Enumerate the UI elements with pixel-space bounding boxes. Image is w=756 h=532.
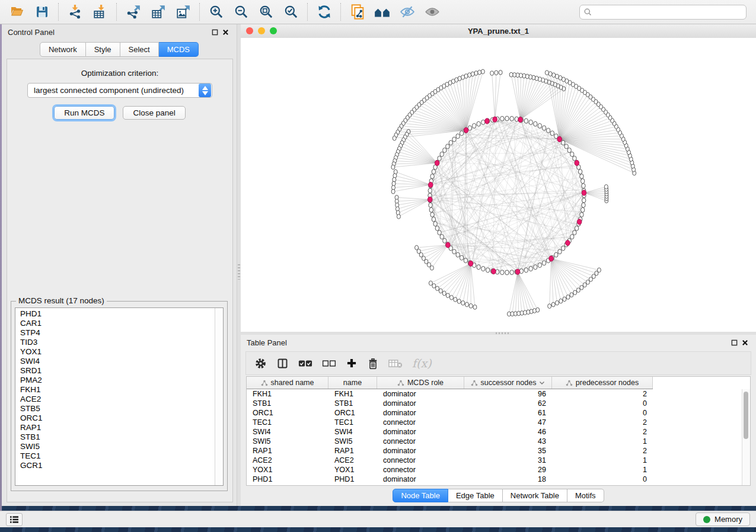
export-table-button[interactable]: [146, 2, 171, 22]
search-box[interactable]: [579, 5, 747, 20]
column-settings-button[interactable]: [254, 355, 267, 371]
save-button[interactable]: [30, 2, 55, 22]
mcds-result-group: MCDS result (17 nodes) PHD1CAR1STP4TID3Y…: [11, 301, 228, 491]
search-input[interactable]: [595, 7, 742, 17]
tab-network[interactable]: Network: [40, 42, 86, 57]
cell-name: FKH1: [328, 390, 377, 398]
mcds-result-item[interactable]: YOX1: [15, 347, 215, 357]
cell-shared-name: ACE2: [247, 456, 328, 464]
mcds-result-item[interactable]: RAP1: [15, 423, 215, 432]
mcds-result-item[interactable]: SWI5: [15, 442, 215, 451]
cell-predecessor-nodes: 0: [552, 475, 653, 483]
task-history-button[interactable]: [6, 513, 23, 526]
table-row[interactable]: STB1 STB1 dominator 62 0: [247, 399, 750, 408]
status-bar: Memory: [0, 511, 756, 527]
table-header-row: shared name name MCDS role successor nod…: [247, 377, 653, 389]
mcds-result-item[interactable]: CAR1: [15, 319, 215, 328]
memory-label: Memory: [714, 515, 742, 524]
table-row[interactable]: TEC1 TEC1 connector 47 2: [247, 418, 750, 427]
select-all-columns-button[interactable]: [298, 355, 312, 371]
deselect-all-columns-button[interactable]: [322, 355, 336, 371]
import-table-button[interactable]: [88, 2, 113, 22]
column-header-predecessor-nodes[interactable]: predecessor nodes: [552, 377, 653, 389]
mcds-result-item[interactable]: STB1: [15, 432, 215, 442]
network-canvas[interactable]: [241, 38, 756, 332]
table-scrollbar[interactable]: [742, 389, 750, 485]
zoom-fit-button[interactable]: [254, 2, 279, 22]
scrollbar-thumb[interactable]: [744, 392, 748, 439]
mcds-result-item[interactable]: GCR1: [15, 461, 215, 470]
column-header-name[interactable]: name: [328, 377, 377, 389]
tab-select[interactable]: Select: [120, 42, 159, 57]
mcds-result-item[interactable]: PHD1: [15, 309, 215, 319]
close-panel-action-button[interactable]: Close panel: [123, 106, 185, 120]
network-window-titlebar[interactable]: YPA_prune.txt_1: [241, 24, 756, 39]
new-network-from-selection-button[interactable]: [345, 2, 370, 22]
table-row[interactable]: SWI4 SWI4 dominator 46 2: [247, 427, 750, 437]
delete-table-button[interactable]: [388, 355, 403, 371]
mcds-result-item[interactable]: ACE2: [15, 395, 215, 404]
mcds-result-item[interactable]: PMA2: [15, 376, 215, 385]
import-network-button[interactable]: [63, 2, 88, 22]
window-maximize-button[interactable]: [270, 27, 277, 34]
add-column-button[interactable]: [346, 355, 358, 371]
zoom-in-button[interactable]: [204, 2, 229, 22]
node-table: shared name name MCDS role successor nod…: [246, 376, 751, 486]
export-image-button[interactable]: [171, 2, 196, 22]
window-close-button[interactable]: [246, 27, 253, 34]
cell-shared-name: SWI5: [247, 437, 328, 446]
hide-selected-button[interactable]: [395, 2, 420, 22]
mcds-result-item[interactable]: STB5: [15, 404, 215, 414]
control-panel-tabs: Network Style Select MCDS: [2, 42, 237, 57]
split-table-button[interactable]: [276, 355, 289, 371]
tab-style[interactable]: Style: [86, 42, 120, 57]
close-icon: [222, 29, 229, 36]
table-row[interactable]: RAP1 RAP1 dominator 35 2: [247, 446, 750, 456]
float-panel-button[interactable]: [209, 27, 220, 37]
table-row[interactable]: SWI5 SWI5 connector 43 1: [247, 437, 750, 446]
mcds-result-item[interactable]: ORC1: [15, 414, 215, 423]
close-panel-button[interactable]: [220, 27, 231, 37]
optimization-criterion-select[interactable]: largest connected component (undirected): [27, 83, 212, 98]
table-row[interactable]: ORC1 ORC1 dominator 61 0: [247, 408, 750, 418]
tab-motifs[interactable]: Motifs: [567, 489, 604, 502]
first-neighbors-button[interactable]: [370, 2, 395, 22]
delete-columns-button[interactable]: [367, 355, 379, 371]
column-header-shared-name[interactable]: shared name: [247, 377, 328, 389]
tab-network-table[interactable]: Network Table: [503, 489, 567, 502]
save-icon: [35, 5, 49, 19]
cell-name: SWI5: [328, 437, 377, 446]
cell-shared-name: SWI4: [247, 428, 328, 436]
mcds-result-item[interactable]: TID3: [15, 338, 215, 347]
zoom-selected-button[interactable]: [279, 2, 304, 22]
table-row[interactable]: PHD1 PHD1 dominator 18 0: [247, 475, 750, 484]
column-header-successor-nodes[interactable]: successor nodes: [464, 377, 552, 389]
cell-predecessor-nodes: 1: [552, 437, 653, 446]
table-row[interactable]: YOX1 YOX1 connector 29 1: [247, 465, 750, 475]
open-button[interactable]: [5, 2, 30, 22]
column-header-mcds-role[interactable]: MCDS role: [377, 377, 464, 389]
mcds-result-item[interactable]: SWI4: [15, 357, 215, 366]
refresh-view-button[interactable]: [312, 2, 337, 22]
float-table-panel-button[interactable]: [729, 337, 739, 348]
window-minimize-button[interactable]: [258, 27, 265, 34]
mcds-result-item[interactable]: FKH1: [15, 385, 215, 395]
cell-successor-nodes: 61: [464, 409, 552, 417]
tab-edge-table[interactable]: Edge Table: [448, 489, 503, 502]
export-network-button[interactable]: [121, 2, 146, 22]
tab-node-table[interactable]: Node Table: [393, 489, 448, 502]
tab-mcds[interactable]: MCDS: [159, 42, 199, 57]
memory-button[interactable]: Memory: [696, 512, 750, 526]
export-network-icon: [126, 4, 141, 20]
zoom-out-button[interactable]: [229, 2, 254, 22]
table-row[interactable]: ACE2 ACE2 connector 31 1: [247, 456, 750, 465]
table-row[interactable]: FKH1 FKH1 dominator 96 2: [247, 389, 750, 399]
mcds-result-item[interactable]: SRD1: [15, 366, 215, 376]
mcds-result-item[interactable]: STP4: [15, 328, 215, 338]
run-mcds-button[interactable]: Run MCDS: [54, 106, 114, 120]
show-all-button[interactable]: [420, 2, 445, 22]
mcds-result-item[interactable]: TEC1: [15, 451, 215, 461]
close-table-panel-button[interactable]: [739, 337, 750, 348]
mcds-list-scrollbar[interactable]: [215, 308, 223, 485]
function-builder-button[interactable]: f(x): [412, 355, 432, 371]
